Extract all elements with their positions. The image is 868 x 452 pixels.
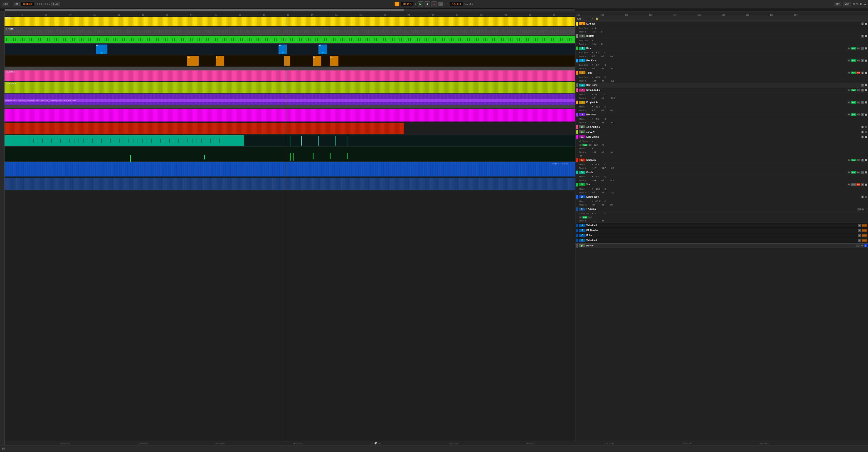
crash-clip[interactable]	[4, 135, 244, 146]
in-button[interactable]: In	[847, 59, 850, 62]
strip-number[interactable]: 1	[579, 22, 585, 25]
solo-button[interactable]: S	[861, 35, 864, 37]
off-button[interactable]: Off	[857, 113, 860, 116]
solo-button[interactable]: S	[858, 229, 861, 232]
bar-count-btn[interactable]: 1 Bar	[51, 2, 60, 6]
strip-number[interactable]: 10	[579, 125, 585, 128]
set-right-arrow[interactable]: →	[587, 18, 590, 20]
solo-button[interactable]: S	[858, 234, 861, 237]
strip-number[interactable]: 11	[579, 130, 585, 133]
auto-button[interactable]: Auto	[851, 89, 856, 91]
master-arrow[interactable]: ▼	[592, 93, 594, 96]
strip-number[interactable]: 15	[579, 183, 585, 186]
epic-drums-clip[interactable]	[4, 109, 575, 122]
solo-button[interactable]: S	[861, 89, 864, 92]
bar-position-display[interactable]: 17. 1. 1	[450, 2, 463, 6]
tap-button[interactable]: Tap	[13, 2, 20, 6]
bassline-clip[interactable]: EarthQui EarthQui EarthQui EarthQui Eart…	[4, 94, 575, 105]
position-display[interactable]: 70. 2. 1	[401, 2, 414, 6]
set-edit-icon[interactable]: ✎	[592, 17, 594, 20]
solo-button[interactable]: S	[861, 195, 864, 198]
tamb-clip3[interactable]	[284, 56, 290, 66]
auto-button[interactable]: Auto	[851, 47, 856, 50]
auto-button[interactable]: Auto	[583, 144, 587, 146]
freeze-clip[interactable]: (Freeze)	[4, 27, 575, 35]
off-button[interactable]: Off	[857, 47, 860, 50]
audio17-clip[interactable]	[4, 178, 575, 190]
earthquake-clip[interactable]: 7-Audio 2 7-Audio 2	[4, 162, 575, 177]
metro-btn[interactable]: ●	[49, 3, 51, 5]
solo-button[interactable]: S	[861, 23, 864, 25]
strip-number[interactable]: 9	[579, 113, 585, 116]
solo-button[interactable]: S	[861, 59, 864, 62]
solo-button[interactable]: S	[861, 135, 864, 138]
solo-button[interactable]: S	[858, 239, 861, 242]
off-button[interactable]: Off	[588, 216, 592, 218]
auto-button[interactable]: Auto	[851, 101, 856, 103]
off-button[interactable]: Off	[857, 59, 860, 62]
bass-sta-arrow[interactable]: ▼	[592, 212, 594, 215]
off-button[interactable]: Off	[588, 144, 592, 146]
add-track-button[interactable]: +	[395, 2, 399, 6]
strip-number[interactable]: B	[579, 229, 585, 232]
solo-button[interactable]: S	[861, 84, 864, 87]
master-val1[interactable]: 0	[861, 244, 864, 247]
strip-number[interactable]: 12	[579, 135, 585, 138]
off-button[interactable]: Off	[857, 171, 860, 174]
off-button[interactable]: Off	[857, 71, 860, 74]
prophet-clip[interactable]: 11-Audio 1	[4, 82, 575, 93]
clip[interactable]: EQ Fast	[4, 17, 575, 26]
strip-number[interactable]: C	[579, 234, 585, 237]
scrollbar-thumb[interactable]	[4, 9, 404, 11]
solo-button[interactable]: S	[861, 113, 864, 116]
tamb-clip2[interactable]: Ti	[216, 56, 224, 66]
stop-button[interactable]: ■	[425, 1, 430, 7]
solo-button[interactable]: S	[858, 224, 861, 227]
solo-button[interactable]: S	[861, 159, 864, 161]
strip-number[interactable]: 7	[579, 89, 585, 92]
in-button[interactable]: In	[847, 113, 850, 116]
in-button[interactable]: In	[847, 171, 850, 174]
auto-button[interactable]: Auto	[851, 113, 856, 116]
ext-in-arrow[interactable]: ▼	[865, 208, 867, 210]
beat-buss-arrow[interactable]: ▼	[592, 39, 594, 41]
master-arrow[interactable]: ▼	[592, 147, 594, 150]
auto-button[interactable]: Auto	[851, 71, 856, 74]
loop-button[interactable]: ⇄	[438, 2, 443, 6]
strip-number[interactable]: 5	[579, 71, 585, 74]
master-fraction[interactable]: 1/2	[856, 244, 860, 247]
tempo-display[interactable]: 300.00	[21, 2, 34, 6]
strip-number[interactable]: 13	[579, 158, 585, 161]
off-button[interactable]: Off	[857, 159, 860, 161]
beat-buss-arrow[interactable]: ▼	[592, 76, 594, 78]
auto-button[interactable]: Auto	[851, 171, 856, 174]
auto-button[interactable]: Auto	[851, 183, 856, 186]
in-button[interactable]: In	[579, 144, 582, 146]
solo-button[interactable]: S	[861, 47, 864, 50]
in-button[interactable]: In	[847, 183, 850, 186]
in-button[interactable]: In	[847, 101, 850, 103]
strip-number[interactable]: 3	[579, 47, 585, 50]
auto-button[interactable]: Auto	[851, 59, 856, 62]
strip-number[interactable]: 16	[579, 195, 585, 198]
kick-clip[interactable]	[4, 36, 575, 43]
master-arrow[interactable]: ▼	[592, 176, 594, 178]
in-button[interactable]: In	[847, 71, 850, 74]
link-button[interactable]: Link	[2, 2, 9, 6]
record-button[interactable]: ●	[431, 1, 437, 7]
off-button[interactable]: Off	[857, 101, 860, 103]
staccato-clip[interactable]	[4, 123, 404, 134]
solo-button[interactable]: S	[861, 126, 864, 128]
master-arrow[interactable]: ▼	[592, 163, 594, 165]
in-button[interactable]: In	[847, 89, 850, 91]
beat-buss-arrow[interactable]: ▼	[592, 27, 594, 29]
off-button[interactable]: Off	[857, 89, 860, 91]
rev-kick-clip[interactable]: Re	[96, 44, 107, 54]
strip-number[interactable]: 5	[579, 84, 585, 87]
in-button[interactable]: In	[847, 159, 850, 161]
solo-button[interactable]: S	[861, 71, 864, 74]
strip-number[interactable]: 8	[579, 101, 585, 104]
set-lock-icon[interactable]: 🔒	[595, 17, 598, 20]
auto-button[interactable]: Auto	[583, 216, 587, 218]
master-arrow[interactable]: ▼	[592, 188, 594, 190]
